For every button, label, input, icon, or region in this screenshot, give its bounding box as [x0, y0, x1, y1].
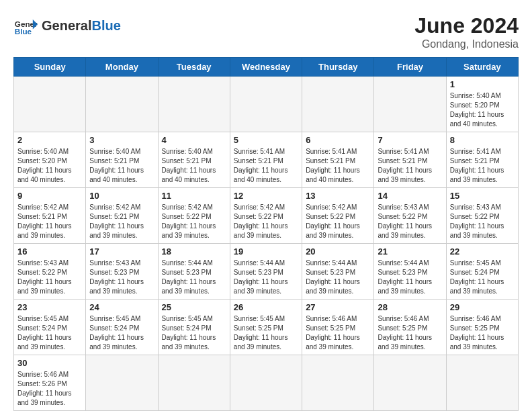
- day-info: Sunrise: 5:40 AM Sunset: 5:20 PM Dayligh…: [17, 147, 82, 185]
- calendar-week-row: 16Sunrise: 5:43 AM Sunset: 5:22 PM Dayli…: [14, 244, 519, 300]
- day-number: 22: [450, 246, 515, 257]
- day-number: 17: [89, 246, 154, 257]
- day-info: Sunrise: 5:43 AM Sunset: 5:22 PM Dayligh…: [378, 203, 442, 240]
- calendar-header-row: SundayMondayTuesdayWednesdayThursdayFrid…: [14, 58, 519, 77]
- day-info: Sunrise: 5:41 AM Sunset: 5:21 PM Dayligh…: [378, 147, 442, 185]
- calendar-day-cell: 12Sunrise: 5:42 AM Sunset: 5:22 PM Dayli…: [230, 188, 302, 244]
- location-text: Gondang, Indonesia: [414, 38, 519, 50]
- logo-general-text: General: [42, 17, 91, 34]
- day-number: 11: [162, 191, 226, 201]
- calendar-day-cell: 22Sunrise: 5:45 AM Sunset: 5:24 PM Dayli…: [446, 244, 518, 300]
- day-header-thursday: Thursday: [302, 58, 374, 77]
- day-info: Sunrise: 5:45 AM Sunset: 5:24 PM Dayligh…: [89, 314, 154, 352]
- calendar-day-cell: [302, 355, 374, 411]
- day-header-monday: Monday: [86, 58, 158, 77]
- day-info: Sunrise: 5:45 AM Sunset: 5:24 PM Dayligh…: [450, 259, 515, 296]
- day-info: Sunrise: 5:45 AM Sunset: 5:24 PM Dayligh…: [162, 314, 226, 352]
- day-header-tuesday: Tuesday: [158, 58, 230, 77]
- day-info: Sunrise: 5:42 AM Sunset: 5:22 PM Dayligh…: [162, 203, 226, 240]
- day-number: 24: [89, 302, 154, 312]
- calendar-day-cell: 18Sunrise: 5:44 AM Sunset: 5:23 PM Dayli…: [158, 244, 230, 300]
- day-info: Sunrise: 5:45 AM Sunset: 5:24 PM Dayligh…: [17, 314, 82, 352]
- day-header-sunday: Sunday: [14, 58, 86, 77]
- day-info: Sunrise: 5:41 AM Sunset: 5:21 PM Dayligh…: [234, 147, 298, 185]
- calendar-day-cell: 26Sunrise: 5:45 AM Sunset: 5:25 PM Dayli…: [230, 300, 302, 355]
- calendar-day-cell: 7Sunrise: 5:41 AM Sunset: 5:21 PM Daylig…: [374, 132, 446, 188]
- day-info: Sunrise: 5:46 AM Sunset: 5:25 PM Dayligh…: [450, 314, 515, 352]
- day-info: Sunrise: 5:43 AM Sunset: 5:22 PM Dayligh…: [17, 259, 82, 296]
- calendar-day-cell: [446, 355, 518, 411]
- day-number: 29: [450, 302, 515, 312]
- logo: General Blue GeneralBlue: [13, 13, 121, 38]
- day-number: 10: [89, 191, 154, 201]
- day-info: Sunrise: 5:46 AM Sunset: 5:25 PM Dayligh…: [306, 314, 370, 352]
- calendar-day-cell: [230, 355, 302, 411]
- day-header-friday: Friday: [374, 58, 446, 77]
- day-info: Sunrise: 5:41 AM Sunset: 5:21 PM Dayligh…: [306, 147, 370, 185]
- calendar-day-cell: 25Sunrise: 5:45 AM Sunset: 5:24 PM Dayli…: [158, 300, 230, 355]
- day-info: Sunrise: 5:41 AM Sunset: 5:21 PM Dayligh…: [450, 147, 515, 185]
- day-number: 3: [89, 135, 154, 145]
- calendar-day-cell: 27Sunrise: 5:46 AM Sunset: 5:25 PM Dayli…: [302, 300, 374, 355]
- day-number: 20: [306, 246, 370, 257]
- day-number: 16: [17, 246, 82, 257]
- calendar-day-cell: 2Sunrise: 5:40 AM Sunset: 5:20 PM Daylig…: [14, 132, 86, 188]
- calendar-day-cell: [158, 77, 230, 132]
- calendar-day-cell: 11Sunrise: 5:42 AM Sunset: 5:22 PM Dayli…: [158, 188, 230, 244]
- day-number: 23: [17, 302, 82, 312]
- calendar-day-cell: 5Sunrise: 5:41 AM Sunset: 5:21 PM Daylig…: [230, 132, 302, 188]
- calendar-day-cell: [14, 77, 86, 132]
- day-number: 4: [162, 135, 226, 145]
- calendar-week-row: 9Sunrise: 5:42 AM Sunset: 5:21 PM Daylig…: [14, 188, 519, 244]
- calendar-week-row: 30Sunrise: 5:46 AM Sunset: 5:26 PM Dayli…: [14, 355, 519, 411]
- day-info: Sunrise: 5:44 AM Sunset: 5:23 PM Dayligh…: [306, 259, 370, 296]
- day-number: 14: [378, 191, 442, 201]
- calendar-day-cell: 19Sunrise: 5:44 AM Sunset: 5:23 PM Dayli…: [230, 244, 302, 300]
- calendar-day-cell: 28Sunrise: 5:46 AM Sunset: 5:25 PM Dayli…: [374, 300, 446, 355]
- day-number: 26: [234, 302, 298, 312]
- day-number: 8: [450, 135, 515, 145]
- calendar-week-row: 1Sunrise: 5:40 AM Sunset: 5:20 PM Daylig…: [14, 77, 519, 132]
- calendar-table: SundayMondayTuesdayWednesdayThursdayFrid…: [13, 57, 519, 411]
- day-info: Sunrise: 5:44 AM Sunset: 5:23 PM Dayligh…: [234, 259, 298, 296]
- day-info: Sunrise: 5:40 AM Sunset: 5:21 PM Dayligh…: [162, 147, 226, 185]
- day-number: 15: [450, 191, 515, 201]
- calendar-day-cell: [86, 355, 158, 411]
- day-info: Sunrise: 5:43 AM Sunset: 5:23 PM Dayligh…: [89, 259, 154, 296]
- day-number: 27: [306, 302, 370, 312]
- calendar-day-cell: [158, 355, 230, 411]
- title-area: June 2024 Gondang, Indonesia: [414, 13, 519, 50]
- calendar-day-cell: [374, 77, 446, 132]
- day-info: Sunrise: 5:44 AM Sunset: 5:23 PM Dayligh…: [162, 259, 226, 296]
- day-number: 5: [234, 135, 298, 145]
- day-info: Sunrise: 5:42 AM Sunset: 5:21 PM Dayligh…: [89, 203, 154, 240]
- calendar-day-cell: [86, 77, 158, 132]
- calendar-day-cell: 16Sunrise: 5:43 AM Sunset: 5:22 PM Dayli…: [14, 244, 86, 300]
- page-header: General Blue GeneralBlue June 2024 Gonda…: [13, 13, 519, 50]
- calendar-day-cell: [302, 77, 374, 132]
- day-number: 25: [162, 302, 226, 312]
- day-number: 12: [234, 191, 298, 201]
- calendar-day-cell: [374, 355, 446, 411]
- calendar-day-cell: 4Sunrise: 5:40 AM Sunset: 5:21 PM Daylig…: [158, 132, 230, 188]
- calendar-week-row: 23Sunrise: 5:45 AM Sunset: 5:24 PM Dayli…: [14, 300, 519, 355]
- day-number: 18: [162, 246, 226, 257]
- day-info: Sunrise: 5:44 AM Sunset: 5:23 PM Dayligh…: [378, 259, 442, 296]
- day-number: 21: [378, 246, 442, 257]
- day-number: 9: [17, 191, 82, 201]
- calendar-day-cell: 15Sunrise: 5:43 AM Sunset: 5:22 PM Dayli…: [446, 188, 518, 244]
- calendar-day-cell: [230, 77, 302, 132]
- day-info: Sunrise: 5:46 AM Sunset: 5:26 PM Dayligh…: [17, 370, 82, 408]
- day-info: Sunrise: 5:46 AM Sunset: 5:25 PM Dayligh…: [378, 314, 442, 352]
- calendar-day-cell: 24Sunrise: 5:45 AM Sunset: 5:24 PM Dayli…: [86, 300, 158, 355]
- day-info: Sunrise: 5:42 AM Sunset: 5:21 PM Dayligh…: [17, 203, 82, 240]
- logo-icon: General Blue: [13, 13, 38, 38]
- calendar-day-cell: 21Sunrise: 5:44 AM Sunset: 5:23 PM Dayli…: [374, 244, 446, 300]
- calendar-day-cell: 13Sunrise: 5:42 AM Sunset: 5:22 PM Dayli…: [302, 188, 374, 244]
- logo-blue-text: Blue: [91, 17, 120, 34]
- day-number: 6: [306, 135, 370, 145]
- calendar-day-cell: 17Sunrise: 5:43 AM Sunset: 5:23 PM Dayli…: [86, 244, 158, 300]
- day-number: 13: [306, 191, 370, 201]
- day-header-wednesday: Wednesday: [230, 58, 302, 77]
- day-number: 1: [450, 79, 515, 89]
